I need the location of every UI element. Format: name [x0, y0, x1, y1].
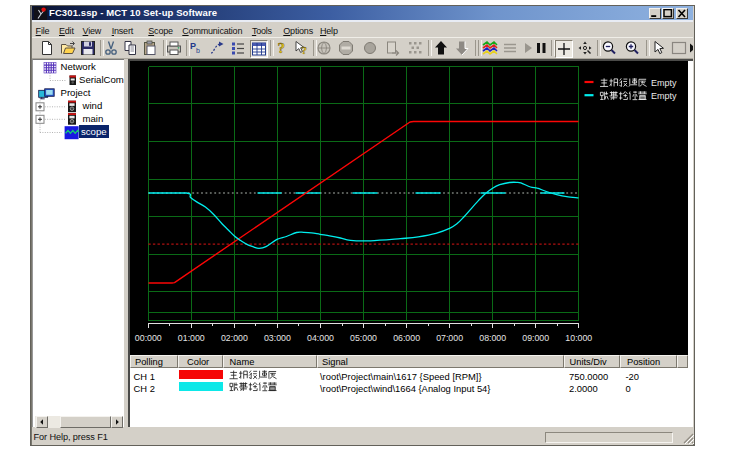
svg-text:03:000: 03:000 [263, 333, 290, 343]
svg-text:04:000: 04:000 [307, 333, 334, 343]
svg-text:01:000: 01:000 [177, 333, 204, 343]
svg-text:10:000: 10:000 [565, 333, 592, 343]
svg-text:08:000: 08:000 [479, 333, 506, 343]
svg-text:?: ? [302, 43, 308, 55]
svg-text:06:000: 06:000 [393, 333, 420, 343]
svg-text:07:000: 07:000 [436, 333, 463, 343]
svg-text:02:000: 02:000 [220, 333, 247, 343]
svg-text:05:000: 05:000 [350, 333, 377, 343]
svg-text:Empty: Empty [651, 91, 677, 101]
svg-text:?: ? [277, 40, 285, 56]
svg-text:00:000: 00:000 [134, 333, 161, 343]
svg-text:Empty: Empty [651, 78, 677, 88]
svg-text:b: b [196, 47, 200, 54]
svg-text:09:000: 09:000 [522, 333, 549, 343]
